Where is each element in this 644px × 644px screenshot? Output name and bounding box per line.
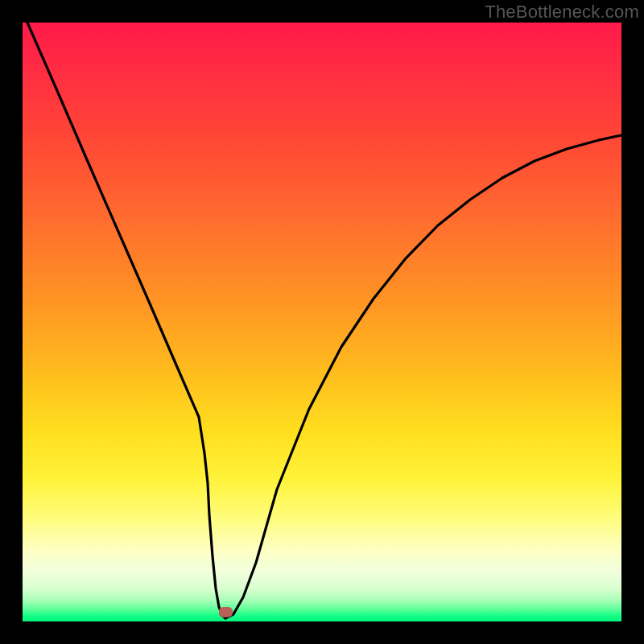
curve-path (27, 23, 621, 618)
bottleneck-curve (23, 23, 621, 621)
optimal-point-marker (219, 607, 233, 617)
watermark-text: TheBottleneck.com (485, 2, 639, 23)
chart-frame: TheBottleneck.com (0, 0, 644, 644)
chart-plot-area (23, 23, 621, 621)
